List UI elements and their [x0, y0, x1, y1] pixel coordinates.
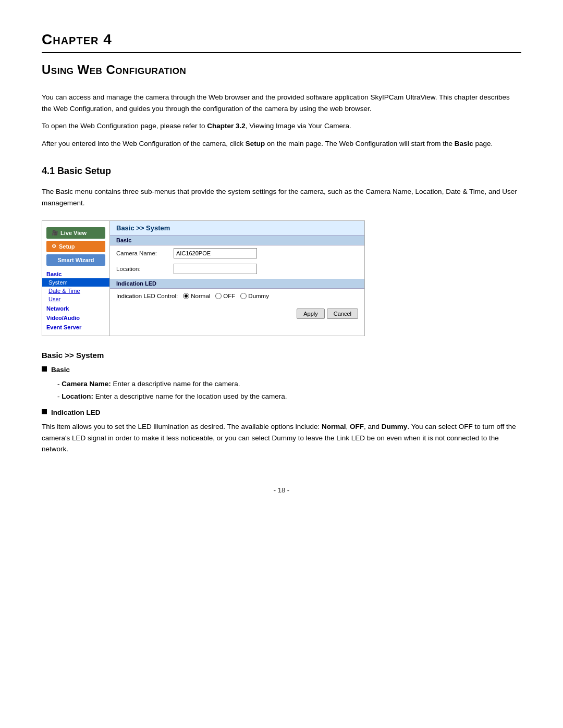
bullet-square-led [42, 409, 47, 414]
location-row: Location: [110, 261, 364, 277]
intro-para1: You can access and manage the camera thr… [42, 92, 521, 114]
eventserver-nav-item[interactable]: Event Server [42, 322, 109, 331]
basic-bar: Basic [110, 236, 364, 245]
radio-off-label[interactable]: OFF [215, 293, 235, 299]
radio-off-indicator [215, 293, 222, 299]
ui-sidebar: 🎥 Live View ⚙ Setup Smart Wizard Basic S… [42, 221, 110, 336]
camera-name-input[interactable] [174, 248, 257, 258]
intro-para3: After you entered into the Web Configura… [42, 138, 521, 150]
videoaudio-nav-item[interactable]: Video/Audio [42, 313, 109, 322]
user-nav-item[interactable]: User [42, 295, 109, 303]
gear-icon: ⚙ [52, 243, 56, 249]
camera-name-dash: Camera Name: Enter a descriptive name fo… [57, 378, 521, 390]
system-nav-item[interactable]: System [42, 278, 109, 287]
desc-subsection-title: Basic >> System [42, 351, 521, 360]
location-dash: Location: Enter a descriptive name for t… [57, 391, 521, 402]
basic-section-label: Basic [42, 268, 109, 278]
location-label: Location: [116, 266, 174, 272]
page-number: - 18 - [42, 486, 521, 494]
subsection-title: 4.1 Basic Setup [42, 166, 521, 177]
led-control-label: Indication LED Control: [116, 293, 178, 299]
radio-dummy-indicator [240, 293, 247, 299]
location-input[interactable] [174, 264, 257, 274]
datetime-nav-item[interactable]: Date & Time [42, 287, 109, 295]
radio-normal-indicator [183, 293, 189, 299]
basic-bullet: Basic [42, 365, 521, 375]
ui-panel: 🎥 Live View ⚙ Setup Smart Wizard Basic S… [42, 220, 365, 336]
cancel-button[interactable]: Cancel [327, 309, 358, 319]
liveview-button[interactable]: 🎥 Live View [46, 227, 105, 239]
camera-name-row: Camera Name: [110, 245, 364, 261]
basic-bullet-content: Basic [51, 365, 70, 375]
basic-setup-intro: The Basic menu contains three sub-menus … [42, 186, 521, 208]
section-title: Using Web Configuration [42, 63, 521, 77]
apply-button[interactable]: Apply [297, 309, 325, 319]
led-bullet-content: Indication LED [51, 408, 101, 418]
ui-main: Basic >> System Basic Camera Name: Locat… [110, 221, 364, 336]
radio-normal-label[interactable]: Normal [183, 293, 210, 299]
smartwizard-button[interactable]: Smart Wizard [46, 254, 105, 266]
led-control-row: Indication LED Control: Normal OFF Dummy [110, 289, 364, 305]
camera-name-label: Camera Name: [116, 250, 174, 256]
network-nav-item[interactable]: Network [42, 303, 109, 313]
bullet-square-basic [42, 366, 47, 372]
camera-icon: 🎥 [52, 230, 58, 236]
desc-section: Basic >> System Basic Camera Name: Enter… [42, 351, 521, 455]
main-header: Basic >> System [110, 221, 364, 236]
led-bullet: Indication LED [42, 408, 521, 418]
chapter-title: Chapter 4 [42, 31, 521, 53]
indication-led-bar: Indication LED [110, 279, 364, 289]
radio-dummy-label[interactable]: Dummy [240, 293, 269, 299]
led-description: This item allows you to set the LED illu… [42, 421, 521, 455]
intro-para2: To open the Web Configuration page, plea… [42, 120, 521, 132]
setup-button[interactable]: ⚙ Setup [46, 241, 105, 252]
button-row: Apply Cancel [110, 305, 364, 322]
